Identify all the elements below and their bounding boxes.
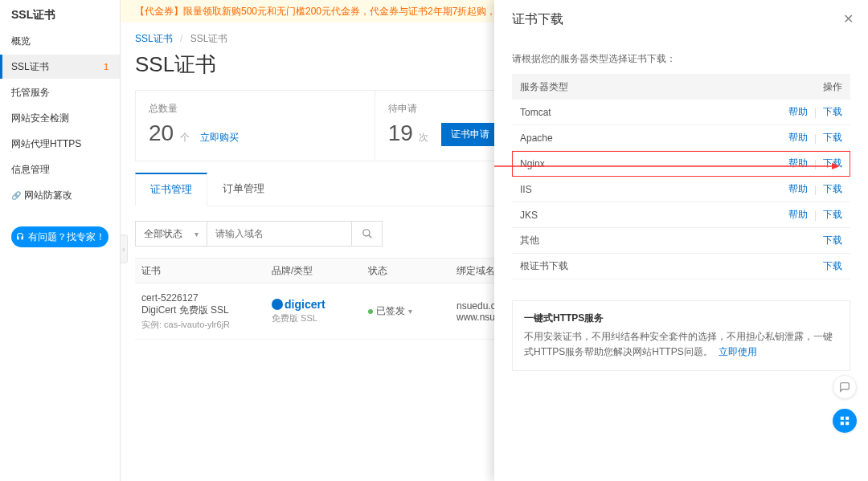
server-name: 其他 bbox=[520, 234, 823, 247]
download-link[interactable]: 下载 bbox=[823, 259, 842, 273]
grid-icon bbox=[839, 415, 850, 426]
server-name: Apache bbox=[520, 132, 788, 144]
download-link[interactable]: 下载 bbox=[823, 182, 842, 196]
server-name: Tomcat bbox=[520, 107, 788, 118]
drawer-hint: 请根据您的服务器类型选择证书下载： bbox=[512, 52, 850, 66]
col-operation: 操作 bbox=[823, 80, 842, 94]
svg-rect-5 bbox=[845, 417, 849, 420]
server-name: JKS bbox=[520, 210, 788, 221]
download-link[interactable]: 下载 bbox=[823, 157, 842, 170]
download-link[interactable]: 下载 bbox=[823, 208, 842, 222]
tip-body: 不用安装证书，不用纠结各种安全套件的选择，不用担心私钥泄露，一键式HTTPS服务… bbox=[524, 331, 833, 357]
download-link[interactable]: 下载 bbox=[823, 234, 842, 247]
help-link[interactable]: 帮助 bbox=[788, 131, 808, 145]
download-drawer: 证书下载 ✕ 请根据您的服务器类型选择证书下载： 服务器类型 操作 Tomcat… bbox=[494, 0, 868, 481]
download-link[interactable]: 下载 bbox=[823, 131, 842, 145]
server-name: Nginx bbox=[520, 158, 788, 169]
svg-rect-7 bbox=[845, 422, 849, 425]
download-link[interactable]: 下载 bbox=[823, 105, 842, 119]
apps-button[interactable] bbox=[833, 409, 857, 433]
drawer-row-nginx: Nginx 帮助|下载 bbox=[512, 151, 850, 177]
server-name: 根证书下载 bbox=[520, 259, 823, 273]
drawer-row-rootcert: 根证书下载 下载 bbox=[512, 254, 850, 279]
drawer-row-iis: IIS 帮助|下载 bbox=[512, 177, 850, 202]
floating-actions bbox=[833, 375, 857, 433]
help-link[interactable]: 帮助 bbox=[788, 182, 808, 196]
drawer-row-apache: Apache 帮助|下载 bbox=[512, 125, 850, 151]
drawer-row-tomcat: Tomcat 帮助|下载 bbox=[512, 100, 850, 125]
svg-rect-4 bbox=[841, 417, 844, 420]
chat-button[interactable] bbox=[833, 375, 857, 399]
https-tip-box: 一键式HTTPS服务 不用安装证书，不用纠结各种安全套件的选择，不用担心私钥泄露… bbox=[512, 300, 850, 371]
chat-icon bbox=[839, 381, 850, 393]
drawer-table-head: 服务器类型 操作 bbox=[512, 74, 850, 100]
tip-title: 一键式HTTPS服务 bbox=[524, 311, 838, 326]
col-server-type: 服务器类型 bbox=[520, 80, 823, 94]
help-link[interactable]: 帮助 bbox=[788, 208, 808, 222]
server-name: IIS bbox=[520, 184, 788, 195]
help-link[interactable]: 帮助 bbox=[788, 105, 808, 119]
drawer-title: 证书下载 bbox=[512, 11, 850, 28]
drawer-row-jks: JKS 帮助|下载 bbox=[512, 202, 850, 228]
svg-rect-6 bbox=[841, 422, 844, 425]
drawer-row-other: 其他 下载 bbox=[512, 228, 850, 254]
help-link[interactable]: 帮助 bbox=[788, 157, 808, 170]
drawer-close-button[interactable]: ✕ bbox=[843, 11, 854, 26]
use-now-link[interactable]: 立即使用 bbox=[719, 346, 757, 357]
